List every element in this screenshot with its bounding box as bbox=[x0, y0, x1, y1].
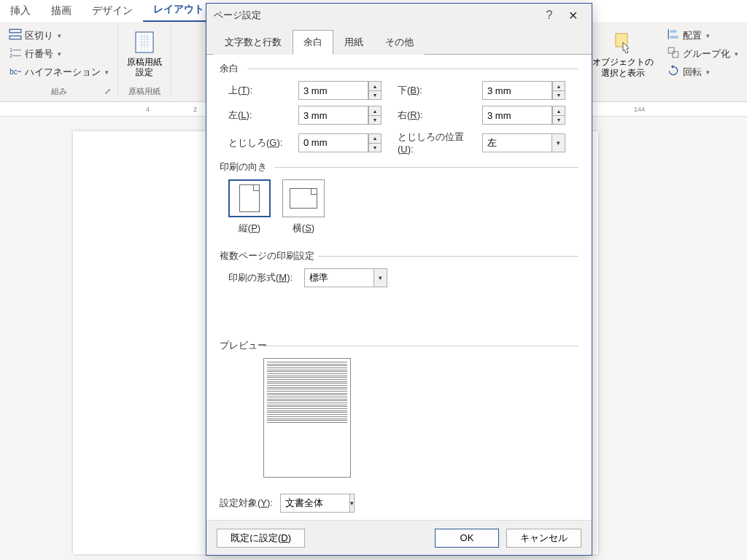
svg-text:2: 2 bbox=[9, 53, 12, 58]
margin-left-input[interactable] bbox=[298, 106, 368, 125]
gutter-pos-label: とじしろの位置(U): bbox=[398, 131, 478, 155]
chevron-down-icon[interactable]: ▾ bbox=[374, 268, 387, 287]
breaks-button[interactable]: 区切り▾ bbox=[6, 26, 112, 44]
dialog-content: 余白 上(T): ▲▼ 下(B): ▲▼ 左(L): ▲▼ 右(R): bbox=[206, 55, 592, 520]
ribbon-group-label: 原稿用紙 bbox=[128, 85, 160, 97]
spin-up-icon[interactable]: ▲ bbox=[368, 106, 382, 115]
breaks-icon bbox=[9, 28, 22, 43]
chevron-down-icon: ▾ bbox=[58, 50, 61, 58]
apply-input[interactable] bbox=[280, 494, 350, 513]
rotate-button[interactable]: 回転▾ bbox=[664, 63, 741, 81]
margin-top-field[interactable]: ▲▼ bbox=[298, 81, 393, 100]
dialog-title: ページ設定 bbox=[214, 9, 538, 22]
hyphenation-icon: bc bbox=[9, 64, 22, 79]
dialog-titlebar[interactable]: ページ設定 ? ✕ bbox=[206, 4, 592, 27]
preview-box bbox=[263, 358, 351, 478]
close-button[interactable]: ✕ bbox=[561, 9, 584, 23]
spin-up-icon[interactable]: ▲ bbox=[552, 106, 565, 115]
spin-down-icon[interactable]: ▼ bbox=[552, 115, 565, 125]
svg-rect-21 bbox=[673, 52, 678, 58]
spin-down-icon[interactable]: ▼ bbox=[552, 90, 565, 100]
margin-right-field[interactable]: ▲▼ bbox=[482, 106, 577, 125]
margin-right-input[interactable] bbox=[482, 106, 552, 125]
selection-pane-button[interactable]: オブジェクトの 選択と表示 bbox=[589, 26, 657, 81]
tab-margins[interactable]: 余白 bbox=[293, 30, 333, 55]
format-select[interactable]: ▾ bbox=[304, 268, 428, 287]
gutter-pos-select[interactable]: ▾ bbox=[482, 133, 577, 152]
group-icon bbox=[667, 46, 680, 61]
margin-left-field[interactable]: ▲▼ bbox=[298, 106, 393, 125]
svg-rect-18 bbox=[670, 30, 677, 32]
ok-button[interactable]: OK bbox=[435, 529, 499, 548]
spin-down-icon[interactable]: ▼ bbox=[368, 143, 382, 152]
chevron-down-icon: ▾ bbox=[735, 50, 738, 58]
tab-chars-lines[interactable]: 文字数と行数 bbox=[214, 30, 293, 55]
gutter-pos-input[interactable] bbox=[482, 133, 552, 152]
manuscript-button[interactable]: 原稿用紙 設定 bbox=[124, 26, 165, 81]
margin-left-label: 左(L): bbox=[228, 109, 294, 122]
spin-up-icon[interactable]: ▲ bbox=[368, 81, 382, 90]
chevron-down-icon: ▾ bbox=[706, 69, 710, 76]
dialog-tabs: 文字数と行数 余白 用紙 その他 bbox=[206, 27, 592, 55]
hyphenation-button[interactable]: bc ハイフネーション▾ bbox=[6, 63, 112, 81]
chevron-down-icon[interactable]: ▾ bbox=[552, 133, 565, 152]
format-label: 印刷の形式(M): bbox=[228, 271, 293, 284]
align-button[interactable]: 配置▾ bbox=[664, 26, 741, 44]
margins-legend: 余白 bbox=[220, 62, 578, 75]
line-numbers-button[interactable]: 12 行番号▾ bbox=[6, 44, 112, 63]
tab-paper[interactable]: 用紙 bbox=[333, 30, 374, 55]
gutter-label: とじしろ(G): bbox=[228, 136, 294, 149]
margin-bottom-input[interactable] bbox=[482, 81, 552, 100]
svg-text:bc: bc bbox=[9, 68, 18, 76]
ribbon-group-manuscript: 原稿用紙 設定 原稿用紙 bbox=[118, 25, 171, 98]
preview-legend: プレビュー bbox=[220, 339, 578, 352]
multipage-legend: 複数ページの印刷設定 bbox=[220, 249, 578, 262]
help-button[interactable]: ? bbox=[538, 9, 561, 22]
dialog-launcher-icon[interactable]: ⤢ bbox=[104, 87, 115, 97]
margin-bottom-label: 下(B): bbox=[398, 84, 478, 97]
svg-text:1: 1 bbox=[9, 47, 12, 52]
spin-down-icon[interactable]: ▼ bbox=[368, 115, 382, 125]
orientation-portrait[interactable]: 縦(P) bbox=[228, 179, 271, 235]
spin-down-icon[interactable]: ▼ bbox=[368, 90, 382, 100]
format-input[interactable] bbox=[304, 268, 374, 287]
set-default-button[interactable]: 既定に設定(D) bbox=[217, 529, 305, 548]
chevron-down-icon: ▾ bbox=[706, 32, 710, 39]
gutter-field[interactable]: ▲▼ bbox=[298, 133, 393, 152]
orientation-legend: 印刷の向き bbox=[220, 160, 578, 174]
group-button[interactable]: グループ化▾ bbox=[664, 44, 741, 63]
svg-rect-1 bbox=[9, 36, 21, 39]
page-setup-dialog: ページ設定 ? ✕ 文字数と行数 余白 用紙 その他 余白 上(T): ▲▼ 下… bbox=[206, 3, 592, 556]
ribbon-tab-design[interactable]: デザイン bbox=[82, 0, 143, 22]
svg-rect-0 bbox=[9, 29, 21, 33]
ribbon-tab-layout[interactable]: レイアウト bbox=[143, 0, 214, 22]
orientation-landscape[interactable]: 横(S) bbox=[282, 179, 325, 235]
ribbon-tab-insert[interactable]: 挿入 bbox=[0, 0, 41, 22]
ribbon-tab-draw[interactable]: 描画 bbox=[41, 0, 82, 22]
tab-other[interactable]: その他 bbox=[374, 30, 425, 55]
spin-up-icon[interactable]: ▲ bbox=[368, 133, 382, 143]
ribbon-group-label: 組み bbox=[51, 85, 67, 97]
svg-rect-19 bbox=[670, 36, 678, 38]
rotate-icon bbox=[667, 64, 680, 79]
align-icon bbox=[667, 28, 680, 43]
chevron-down-icon: ▾ bbox=[105, 69, 109, 76]
margin-bottom-field[interactable]: ▲▼ bbox=[482, 81, 577, 100]
line-numbers-icon: 12 bbox=[9, 46, 22, 61]
svg-rect-20 bbox=[668, 47, 674, 53]
margin-right-label: 右(R): bbox=[398, 109, 478, 122]
dialog-footer: 既定に設定(D) OK キャンセル bbox=[206, 520, 592, 555]
ribbon-group-arrange: オブジェクトの 選択と表示 配置▾ グループ化▾ 回転▾ bbox=[584, 25, 747, 98]
ribbon-group-page-setup: 区切り▾ 12 行番号▾ bc ハイフネーション▾ 組み ⤢ bbox=[0, 25, 118, 98]
spin-up-icon[interactable]: ▲ bbox=[552, 81, 565, 90]
apply-label: 設定対象(Y): bbox=[220, 497, 273, 510]
chevron-down-icon: ▾ bbox=[58, 32, 61, 39]
apply-select[interactable]: ▾ bbox=[280, 494, 353, 513]
chevron-down-icon[interactable]: ▾ bbox=[350, 494, 355, 513]
gutter-input[interactable] bbox=[298, 133, 368, 152]
cancel-button[interactable]: キャンセル bbox=[506, 529, 581, 548]
margin-top-input[interactable] bbox=[298, 81, 368, 100]
margin-top-label: 上(T): bbox=[228, 84, 294, 97]
